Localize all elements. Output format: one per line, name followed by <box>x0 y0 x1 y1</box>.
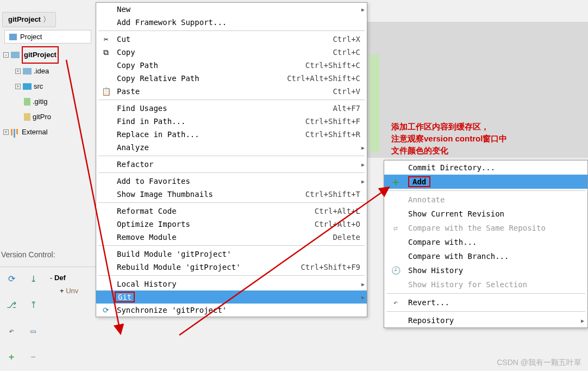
remove-icon[interactable]: － <box>27 351 39 363</box>
vc-unversioned[interactable]: + Unv <box>50 285 96 298</box>
gutter-strip <box>370 54 379 152</box>
sync-icon: ⟳ <box>101 306 111 314</box>
expand-icon[interactable]: + <box>15 69 21 74</box>
menu-copy-rel-path[interactable]: Copy Relative PathCtrl+Alt+Shift+C <box>96 72 367 85</box>
git-repository[interactable]: Repository▶ <box>384 313 587 327</box>
expand-icon[interactable]: + <box>15 84 21 89</box>
library-icon <box>11 129 20 135</box>
menu-copy[interactable]: ⧉CopyCtrl+C <box>96 46 367 59</box>
menu-local-history[interactable]: Local History▶ <box>96 277 367 290</box>
collapse-down-icon[interactable]: ⤓ <box>27 273 39 285</box>
project-icon <box>9 34 17 40</box>
folder-icon <box>23 68 32 75</box>
compare-icon: ⇄ <box>390 224 402 232</box>
folder-icon[interactable]: ▭ <box>27 325 39 337</box>
git-revert[interactable]: ↶Revert... <box>384 295 587 310</box>
revert-icon: ↶ <box>390 298 402 307</box>
menu-find-in-path[interactable]: Find in Path...Ctrl+Shift+F <box>96 115 367 128</box>
menu-reformat[interactable]: Reformat CodeCtrl+Alt+L <box>96 205 367 218</box>
refresh-icon[interactable]: ⟳ <box>5 273 17 285</box>
file-icon <box>24 113 30 121</box>
watermark: CSDN @我有一颗五叶草 <box>497 358 581 368</box>
git-compare-branch[interactable]: Compare with Branch... <box>384 249 587 263</box>
revert-icon[interactable]: ↶ <box>5 325 17 337</box>
menu-build-module[interactable]: Build Module 'gitProject' <box>96 248 367 261</box>
breadcrumb[interactable]: gitProject 〉 <box>2 12 56 27</box>
menu-analyze[interactable]: Analyze▶ <box>96 141 367 154</box>
expand-icon[interactable]: + <box>3 129 9 135</box>
tree-item[interactable]: src <box>34 79 43 94</box>
paste-icon: 📋 <box>101 87 111 96</box>
menu-replace-in-path[interactable]: Replace in Path...Ctrl+Shift+R <box>96 128 367 141</box>
git-show-history[interactable]: 🕘Show History <box>384 263 587 277</box>
git-annotate: Annotate <box>384 193 587 207</box>
history-icon: 🕘 <box>390 266 402 275</box>
tree-item[interactable]: External <box>22 125 48 140</box>
git-show-revision[interactable]: Show Current Revision <box>384 207 587 221</box>
git-compare-with[interactable]: Compare with... <box>384 235 587 249</box>
tree-item[interactable]: .idea <box>34 64 49 79</box>
project-tree[interactable]: -gitProject +.idea +src .gitig gitPro +E… <box>0 46 98 140</box>
menu-refactor[interactable]: Refactor▶ <box>96 158 367 171</box>
menu-synchronize[interactable]: ⟳Synchronize 'gitProject' <box>96 304 367 317</box>
add-icon[interactable]: ＋ <box>5 351 17 363</box>
menu-find-usages[interactable]: Find UsagesAlt+F7 <box>96 102 367 115</box>
expand-up-icon[interactable]: ⤒ <box>27 299 39 311</box>
git-add[interactable]: ＋Add <box>384 175 587 189</box>
folder-icon <box>11 52 20 58</box>
git-commit[interactable]: Commit Directory... <box>384 160 587 175</box>
tree-root[interactable]: gitProject <box>22 46 59 64</box>
context-menu: New▶ Add Framework Support... ✂CutCtrl+X… <box>96 2 367 317</box>
annotation-text: 添加工作区内容到缓存区， 注意观察version control窗口中 文件颜色… <box>391 121 507 157</box>
tree-item[interactable]: .gitig <box>33 94 47 109</box>
menu-copy-path[interactable]: Copy PathCtrl+Shift+C <box>96 59 367 72</box>
menu-paste[interactable]: 📋PasteCtrl+V <box>96 85 367 98</box>
version-control-panel: ⟳ ⤓ ⎇ ⤒ ↶ ▭ ＋ － - Def + Unv <box>0 267 96 370</box>
folder-icon <box>23 83 32 90</box>
menu-cut[interactable]: ✂CutCtrl+X <box>96 33 367 46</box>
branch-icon[interactable]: ⎇ <box>5 299 17 311</box>
menu-remove-module[interactable]: Remove ModuleDelete <box>96 231 367 244</box>
cut-icon: ✂ <box>101 35 111 44</box>
menu-optimize-imports[interactable]: Optimize ImportsCtrl+Alt+O <box>96 218 367 231</box>
menu-rebuild-module[interactable]: Rebuild Module 'gitProject'Ctrl+Shift+F9 <box>96 261 367 274</box>
menu-new[interactable]: New▶ <box>96 3 367 16</box>
file-icon <box>24 98 30 106</box>
copy-icon: ⧉ <box>101 48 111 57</box>
add-icon: ＋ <box>390 175 402 189</box>
git-compare-same: ⇄Compare with the Same Reposito <box>384 221 587 235</box>
tree-item[interactable]: gitPro <box>33 109 51 125</box>
menu-add-framework[interactable]: Add Framework Support... <box>96 16 367 29</box>
collapse-icon[interactable]: - <box>3 52 9 58</box>
git-submenu: Commit Directory... ＋Add Annotate Show C… <box>384 160 588 328</box>
vc-changelist[interactable]: - Def <box>50 271 96 285</box>
menu-show-thumbnails[interactable]: Show Image ThumbnailsCtrl+Shift+T <box>96 188 367 201</box>
version-control-label: Version Control: <box>1 250 55 259</box>
menu-git[interactable]: Git▶ <box>96 290 367 304</box>
git-show-history-sel: Show History for Selection <box>384 277 587 292</box>
menu-add-favorites[interactable]: Add to Favorites▶ <box>96 175 367 188</box>
project-tab[interactable]: Project <box>4 30 91 44</box>
